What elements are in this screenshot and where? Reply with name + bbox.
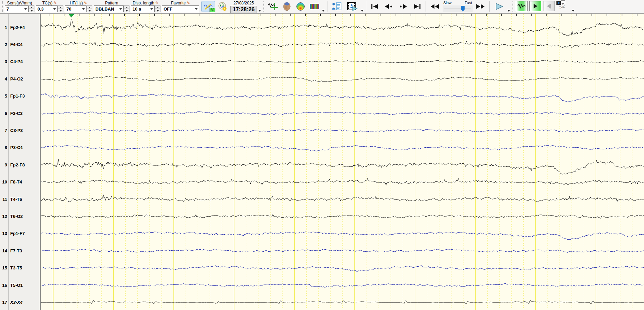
edit-pencil-icon[interactable]: ✎ [84, 1, 87, 5]
step-back-button[interactable] [382, 1, 395, 12]
favorite-control: Favorite✎ OFF [162, 1, 199, 12]
video-dropdown-arrow-icon[interactable] [361, 10, 364, 12]
channel-label[interactable]: Fp2-F8 [7, 162, 25, 167]
channel-label[interactable]: Fp2-F4 [7, 25, 25, 30]
channel-label[interactable]: T6-O2 [7, 214, 23, 219]
channel-label[interactable]: F4-C4 [7, 42, 22, 47]
channel-row[interactable]: 2F4-C4 [0, 41, 41, 47]
brain-3d-map-button[interactable] [281, 1, 293, 12]
channel-row[interactable]: 10F8-T4 [0, 179, 41, 185]
channel-label[interactable]: T3-T5 [7, 265, 22, 270]
channel-row[interactable]: 13Fp1-F7 [0, 231, 41, 237]
notch-50hz-badge: 50 [210, 8, 215, 12]
cursor-measure-button[interactable] [266, 1, 279, 12]
fast-label: Fast [465, 1, 472, 5]
playback-speed-slider[interactable]: Slow Fast [443, 1, 473, 12]
electrode-map-gear-icon [218, 2, 227, 11]
play-review-button[interactable] [530, 1, 541, 11]
channel-row[interactable]: 7C3-P3 [0, 127, 41, 133]
fast-forward-button[interactable] [474, 1, 487, 12]
pattern-spin-down[interactable] [124, 9, 129, 12]
time-dropdown-arrow-icon[interactable] [258, 10, 261, 12]
channel-label[interactable]: C4-P4 [7, 59, 23, 64]
notch-filter-button[interactable]: 50 [201, 1, 215, 12]
play-dropdown-arrow-icon[interactable] [507, 10, 510, 12]
tc-dropdown[interactable]: 0.3 [36, 5, 58, 12]
channel-row[interactable]: 4P4-O2 [0, 76, 41, 82]
hf-spin-down[interactable] [87, 9, 92, 12]
channel-row[interactable]: 5Fp1-F3 [0, 93, 41, 99]
channel-label[interactable]: F8-T4 [7, 179, 22, 184]
channel-label[interactable]: P3-O1 [7, 145, 23, 150]
channel-label[interactable]: P4-O2 [7, 76, 23, 82]
previous-segment-button [543, 1, 555, 11]
channel-label[interactable]: T4-T6 [7, 197, 22, 202]
clip-dropdown-arrow-icon[interactable] [572, 10, 574, 12]
channel-label[interactable]: Fp1-F7 [7, 231, 25, 236]
rewind-button[interactable] [428, 1, 441, 12]
channel-row[interactable]: 11T4-T6 [0, 196, 41, 202]
date-display: 27/08/2025 [233, 1, 254, 6]
video-playback-button[interactable] [345, 1, 360, 12]
map-tools-dropdown-arrow-icon[interactable] [322, 10, 325, 12]
channel-label[interactable]: Fp1-F3 [7, 93, 25, 99]
channel-row[interactable]: 8P3-O1 [0, 145, 41, 151]
pattern-dropdown[interactable]: DBLBAN [94, 5, 124, 12]
tc-spin-up[interactable] [58, 5, 63, 9]
channel-label[interactable]: T5-O1 [7, 283, 23, 288]
channel-row[interactable]: 6F3-C3 [0, 110, 41, 116]
go-to-start-button[interactable] [369, 1, 381, 12]
display-length-spin-down[interactable] [155, 9, 160, 12]
sensitivity-spin-down[interactable] [29, 9, 34, 12]
channel-row[interactable]: 3C4-P4 [0, 59, 41, 65]
channel-label[interactable]: X3-X4 [7, 300, 22, 305]
pattern-label: Pattern [105, 1, 118, 5]
sensitivity-spin-up[interactable] [29, 5, 34, 9]
channel-row[interactable]: 12T6-O2 [0, 213, 41, 219]
chevron-down-icon [150, 8, 153, 10]
channel-row[interactable]: 17X3-X4 [0, 299, 41, 305]
datetime-display: 27/08/2025 17:28:26 [230, 1, 257, 13]
time-marker[interactable] [68, 14, 75, 17]
topographic-map-button[interactable] [294, 1, 307, 12]
patient-info-button[interactable] [330, 1, 343, 12]
channel-label[interactable]: C3-P3 [7, 128, 23, 133]
channel-row[interactable]: 1Fp2-F4 [0, 24, 41, 30]
toolbar-grip[interactable] [2, 1, 3, 12]
edit-pencil-icon[interactable]: ✎ [53, 1, 57, 5]
slow-label: Slow [443, 1, 451, 5]
channel-number: 7 [0, 128, 7, 133]
display-length-spin-up[interactable] [155, 5, 160, 9]
sensitivity-dropdown[interactable]: 7 [5, 5, 29, 12]
edit-pencil-icon[interactable]: ✎ [155, 1, 159, 5]
speed-slider-track[interactable] [443, 5, 473, 12]
pattern-spinner [124, 5, 129, 12]
pattern-spin-up[interactable] [124, 5, 129, 9]
channel-label[interactable]: F7-T3 [7, 248, 22, 253]
play-button[interactable] [492, 1, 506, 12]
channel-row[interactable]: 15T3-T5 [0, 265, 41, 271]
step-forward-button[interactable] [397, 1, 410, 12]
display-length-dropdown[interactable]: 10 s [131, 5, 155, 12]
favorite-dropdown[interactable]: OFF [162, 5, 199, 12]
play-icon [495, 3, 504, 10]
channel-row[interactable]: 14F7-T3 [0, 248, 41, 254]
hf-label: HF(Hz) [70, 1, 83, 5]
montage-settings-button[interactable] [216, 1, 229, 12]
go-to-end-button[interactable] [411, 1, 423, 12]
chevron-down-icon [195, 8, 198, 10]
hf-dropdown[interactable]: 70 [65, 5, 87, 12]
channel-label[interactable]: F3-C3 [7, 111, 22, 116]
edit-pencil-icon[interactable]: ✎ [187, 1, 190, 5]
channel-row[interactable]: 16T5-O1 [0, 282, 41, 288]
speed-slider-thumb[interactable] [461, 6, 465, 12]
dsa-trend-button[interactable] [308, 1, 321, 12]
waveform-crosshair-icon [268, 2, 278, 11]
review-eeg-button[interactable] [516, 1, 527, 11]
clip-export-button[interactable]: ✂ [556, 1, 571, 12]
chevron-down-icon [82, 8, 85, 10]
channel-row[interactable]: 9Fp2-F8 [0, 162, 41, 168]
eeg-trace-area[interactable] [41, 14, 644, 310]
tc-spin-down[interactable] [58, 9, 63, 12]
hf-spin-up[interactable] [87, 5, 92, 9]
